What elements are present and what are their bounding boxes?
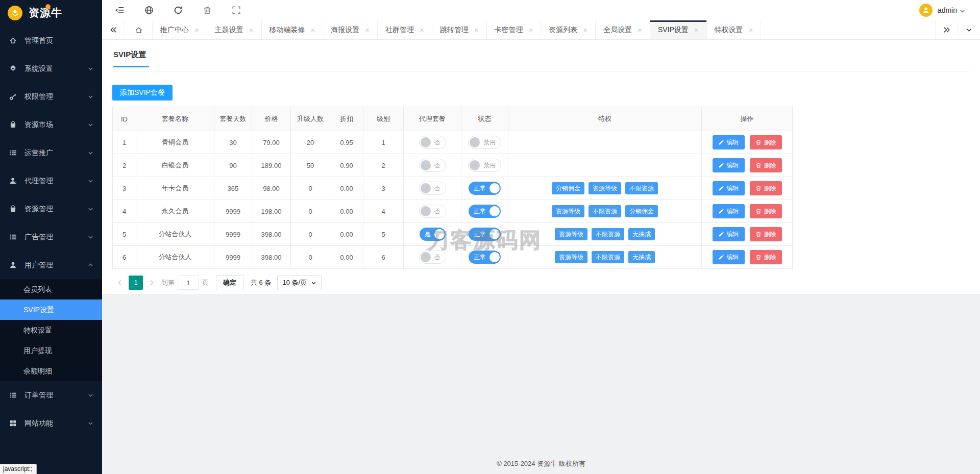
sidebar-item-user-management[interactable]: 用户管理 [0,251,102,279]
cell-status: 正常 [461,223,508,246]
fullscreen-icon[interactable] [232,6,241,15]
list-icon [9,391,17,400]
tab-卡密管理[interactable]: 卡密管理× [487,20,542,39]
cell-actions: 编辑 删除 [702,223,793,246]
status-toggle[interactable]: 正常 [469,205,501,218]
delete-button[interactable]: 删除 [750,181,782,195]
tab-options-button[interactable] [958,20,980,39]
scroll-tabs-right-button[interactable] [935,20,958,39]
close-tab-icon[interactable]: × [311,26,315,34]
delete-button[interactable]: 删除 [750,158,782,172]
close-tab-icon[interactable]: × [249,26,254,34]
edit-button[interactable]: 编辑 [713,227,745,241]
close-tab-icon[interactable]: × [583,26,587,34]
sidebar-item-admin-home[interactable]: 管理首页 [0,27,102,55]
table-row: 5 分站合伙人 9999 398.00 0 0.00 5 是 正常 资源等级不限… [113,223,793,246]
trash-icon[interactable] [203,6,212,15]
close-tab-icon[interactable]: × [474,26,479,34]
per-page-select[interactable]: 10 条/页 [277,275,322,290]
sidebar-subitem-balance-details[interactable]: 余额明细 [0,361,102,381]
sidebar-subitem-user-withdrawal[interactable]: 用户提现 [0,340,102,361]
agent-package-toggle[interactable]: 否 [419,136,446,149]
agent-package-toggle[interactable]: 否 [419,182,446,195]
agent-package-toggle[interactable]: 是 [420,228,446,241]
delete-button[interactable]: 删除 [750,135,782,149]
agent-package-toggle[interactable]: 否 [419,251,446,264]
column-header: 套餐名称 [136,107,214,131]
edit-button[interactable]: 编辑 [713,158,745,172]
close-tab-icon[interactable]: × [194,26,199,34]
status-toggle[interactable]: 正常 [469,182,501,195]
sidebar-item-system-settings[interactable]: 系统设置 [0,55,102,83]
privilege-tag: 不限资源 [592,228,624,240]
close-tab-icon[interactable]: × [529,26,533,34]
cell-upgrade-count: 0 [291,200,330,223]
refresh-icon[interactable] [174,6,183,15]
status-toggle[interactable]: 禁用 [468,136,501,149]
svip-table: ID套餐名称套餐天数价格升级人数折扣级别代理套餐状态特权操作 1 青铜会员 30… [112,107,793,269]
close-tab-icon[interactable]: × [749,26,753,34]
sidebar-item-resource-market[interactable]: 资源市场 [0,111,102,139]
sidebar-item-operation-promotion[interactable]: 运营推广 [0,139,102,167]
close-tab-icon[interactable]: × [365,26,370,34]
tab-海报设置[interactable]: 海报设置× [323,20,378,39]
table-row: 2 白银会员 90 189.00 50 0.90 2 否 禁用 编辑 [113,154,793,177]
edit-button[interactable]: 编辑 [713,250,745,264]
chevron-up-icon [87,262,94,268]
tab-移动端装修[interactable]: 移动端装修× [262,20,324,39]
delete-button[interactable]: 删除 [750,204,782,218]
sidebar-item-order-management[interactable]: 订单管理 [0,381,102,409]
user-dropdown[interactable]: admin [919,4,980,17]
column-header: 操作 [702,107,793,131]
status-toggle[interactable]: 正常 [469,251,501,264]
app-window: 资源牛 管理首页系统设置权限管理资源市场运营推广代理管理资源管理广告管理用户管理… [0,0,980,474]
tab-推广中心[interactable]: 推广中心× [153,20,207,39]
tab-SVIP设置[interactable]: SVIP设置× [650,20,707,39]
tab-社群管理[interactable]: 社群管理× [378,20,432,39]
tab-特权设置[interactable]: 特权设置× [707,20,762,39]
close-tab-icon[interactable]: × [638,26,642,34]
cell-price: 189.00 [252,154,291,177]
status-toggle[interactable]: 禁用 [468,159,501,172]
sidebar-subitem-privilege-settings[interactable]: 特权设置 [0,320,102,340]
agent-package-toggle[interactable]: 否 [419,159,446,172]
edit-button[interactable]: 编辑 [713,181,745,195]
next-page-button[interactable] [145,276,158,290]
sidebar-item-agent-management[interactable]: 代理管理 [0,167,102,195]
goto-page-input[interactable] [178,276,199,290]
delete-button[interactable]: 删除 [750,250,782,264]
status-toggle[interactable]: 正常 [469,228,501,241]
tab-bar: 推广中心×主题设置×移动端装修×海报设置×社群管理×跳转管理×卡密管理×资源列表… [102,20,980,40]
sidebar-item-label: 系统设置 [24,64,87,73]
home-tab[interactable] [125,20,153,39]
sidebar-subitem-svip-settings[interactable]: SVIP设置 [0,300,102,320]
current-page-button[interactable]: 1 [129,276,143,290]
cell-days: 9999 [214,246,252,269]
tab-跳转管理[interactable]: 跳转管理× [432,20,487,39]
edit-button[interactable]: 编辑 [713,204,745,218]
delete-button[interactable]: 删除 [750,227,782,241]
tab-主题设置[interactable]: 主题设置× [207,20,262,39]
confirm-page-button[interactable]: 确定 [216,275,243,290]
sidebar-item-permission-management[interactable]: 权限管理 [0,83,102,111]
sidebar-item-resource-management[interactable]: 资源管理 [0,195,102,223]
tab-label: 全局设置 [603,26,632,35]
tab-资源列表[interactable]: 资源列表× [541,20,596,39]
close-tab-icon[interactable]: × [420,26,424,34]
sidebar-item-site-features[interactable]: 网站功能 [0,409,102,437]
page-title: SVIP设置 [113,50,149,67]
cell-actions: 编辑 删除 [702,154,793,177]
edit-button[interactable]: 编辑 [713,135,745,149]
sidebar-menu: 管理首页系统设置权限管理资源市场运营推广代理管理资源管理广告管理用户管理会员列表… [0,26,102,437]
collapse-sidebar-icon[interactable] [115,6,125,15]
brand-logo[interactable]: 资源牛 [0,0,102,26]
prev-page-button[interactable] [113,276,127,290]
agent-package-toggle[interactable]: 否 [419,205,446,218]
close-tab-icon[interactable]: × [694,26,699,34]
add-svip-package-button[interactable]: 添加SVIP套餐 [112,85,173,101]
scroll-tabs-left-button[interactable] [102,20,125,39]
language-globe-icon[interactable] [144,6,154,15]
tab-全局设置[interactable]: 全局设置× [596,20,650,39]
sidebar-subitem-member-list[interactable]: 会员列表 [0,279,102,300]
sidebar-item-ad-management[interactable]: 广告管理 [0,223,102,251]
